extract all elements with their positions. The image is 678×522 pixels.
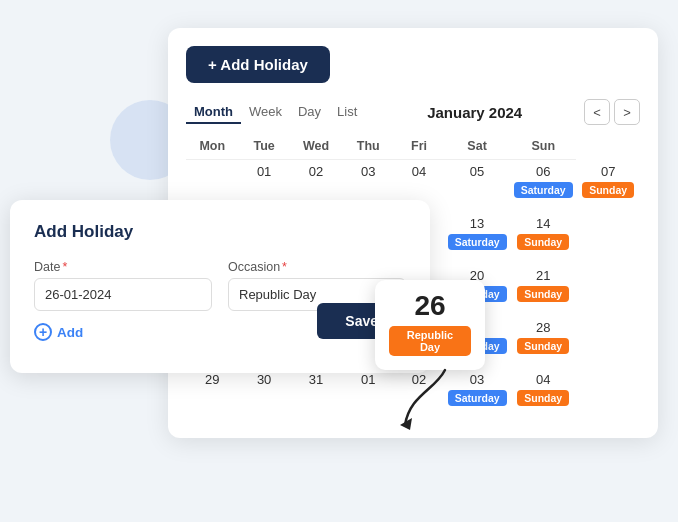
calendar-view-tabs: Month Week Day List bbox=[186, 101, 365, 124]
prev-month-button[interactable]: < bbox=[584, 99, 610, 125]
tab-month[interactable]: Month bbox=[186, 101, 241, 124]
calendar-nav: < > bbox=[584, 99, 640, 125]
date-label: Date* bbox=[34, 260, 212, 274]
table-row: 31 bbox=[290, 368, 343, 420]
table-row: 03Saturday bbox=[444, 368, 510, 420]
table-row: 30 bbox=[239, 368, 290, 420]
table-row: 06Saturday bbox=[510, 160, 576, 212]
col-tue: Tue bbox=[239, 133, 290, 160]
table-row: 01 bbox=[342, 368, 394, 420]
col-thu: Thu bbox=[342, 133, 394, 160]
add-label: Add bbox=[57, 325, 83, 340]
table-row: 21Sunday bbox=[510, 264, 576, 316]
form-title: Add Holiday bbox=[34, 222, 406, 242]
date-input[interactable] bbox=[34, 278, 212, 311]
form-panel: Add Holiday Date* Occasion* + Add Save bbox=[10, 200, 430, 373]
add-circle-icon: + bbox=[34, 323, 52, 341]
col-sun: Sun bbox=[510, 133, 576, 160]
calendar-month-title: January 2024 bbox=[427, 104, 522, 121]
day26-number: 26 bbox=[389, 290, 471, 322]
table-row: 14Sunday bbox=[510, 212, 576, 264]
occasion-required: * bbox=[282, 260, 287, 274]
tab-day[interactable]: Day bbox=[290, 101, 329, 124]
table-row: 29 bbox=[186, 368, 239, 420]
table-row: 13Saturday bbox=[444, 212, 510, 264]
date-field-group: Date* bbox=[34, 260, 212, 311]
add-holiday-button[interactable]: + Add Holiday bbox=[186, 46, 330, 83]
col-fri: Fri bbox=[394, 133, 444, 160]
day26-popup: 26 Republic Day bbox=[375, 280, 485, 370]
table-row: 05 bbox=[444, 160, 510, 212]
col-sat: Sat bbox=[444, 133, 510, 160]
col-wed: Wed bbox=[290, 133, 343, 160]
date-required: * bbox=[62, 260, 67, 274]
table-row: 07Sunday bbox=[576, 160, 640, 212]
tab-week[interactable]: Week bbox=[241, 101, 290, 124]
calendar-header: Month Week Day List January 2024 < > bbox=[186, 99, 640, 125]
day26-holiday-badge: Republic Day bbox=[389, 326, 471, 356]
table-row: 28Sunday bbox=[510, 316, 576, 368]
next-month-button[interactable]: > bbox=[614, 99, 640, 125]
col-mon: Mon bbox=[186, 133, 239, 160]
table-row: 04Sunday bbox=[510, 368, 576, 420]
occasion-label: Occasion* bbox=[228, 260, 406, 274]
tab-list[interactable]: List bbox=[329, 101, 365, 124]
table-row: 02 bbox=[394, 368, 444, 420]
